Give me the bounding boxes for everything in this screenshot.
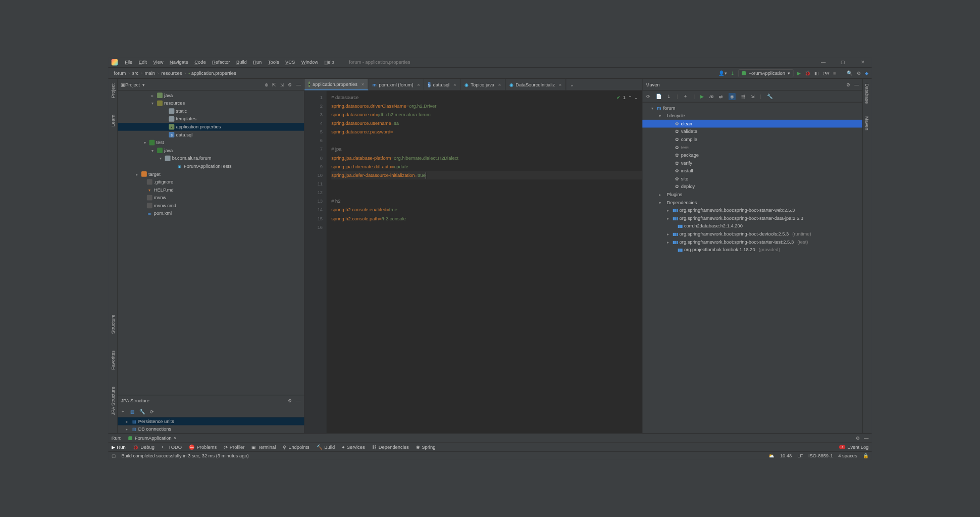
user-icon[interactable]: 👤▾ <box>718 70 727 76</box>
download-icon[interactable]: ⤓ <box>667 93 671 99</box>
minimize-button[interactable]: — <box>817 60 829 65</box>
collapse-icon[interactable]: ⇲ <box>751 93 755 99</box>
hide-icon[interactable]: — <box>296 82 301 87</box>
wrench-icon[interactable]: 🔧 <box>767 93 773 99</box>
menu-code[interactable]: Code <box>191 60 209 65</box>
breadcrumb-item[interactable]: resources <box>159 70 184 76</box>
ide-icon[interactable]: ◆ <box>865 70 868 76</box>
collapse-all-icon[interactable]: ⇲ <box>280 82 284 87</box>
vcs-update-icon[interactable]: ⤓ <box>731 70 735 76</box>
search-everywhere-icon[interactable]: 🔍 <box>847 70 853 76</box>
gear-icon[interactable]: ⚙ <box>856 435 860 441</box>
menu-edit[interactable]: Edit <box>136 60 150 65</box>
hide-icon[interactable]: — <box>864 435 868 441</box>
menu-file[interactable]: File <box>122 60 136 65</box>
editor-tab[interactable]: sdata.sql× <box>424 79 460 90</box>
breadcrumb-item[interactable]: main <box>142 70 158 76</box>
tree-row[interactable]: ▾java <box>118 147 304 155</box>
tool-button-todo[interactable]: ≔TODO <box>162 444 182 450</box>
run-tab[interactable]: ForumApplication × <box>125 435 180 441</box>
tree-row[interactable]: ▾br.com.alura.forum <box>118 154 304 162</box>
tree-row[interactable]: mpom.xml <box>118 210 304 218</box>
code-area[interactable]: ✔ 1 ⌃ ⌄ # datasourcespring.datasource.dr… <box>327 90 642 433</box>
processes-icon[interactable]: ⛅ <box>768 453 775 458</box>
tree-row[interactable]: sdata.sql <box>118 131 304 139</box>
close-button[interactable]: ✕ <box>857 60 868 65</box>
maven-row[interactable]: ✿clean <box>642 120 862 128</box>
maven-row[interactable]: ✿compile <box>642 135 862 144</box>
tool-button-build[interactable]: 🔨Build <box>317 444 335 450</box>
tool-button-spring[interactable]: ❀Spring <box>416 444 436 450</box>
chevron-up-icon[interactable]: ⌃ <box>628 93 632 102</box>
maven-row[interactable]: ▾mforum <box>642 104 862 112</box>
status-eol[interactable]: LF <box>797 453 803 458</box>
editor-body[interactable]: 12345678910111213141516 ✔ 1 ⌃ ⌄ # dataso… <box>304 90 642 433</box>
maven-row[interactable]: ✿validate <box>642 127 862 135</box>
gear-icon[interactable]: ⚙ <box>846 82 851 87</box>
settings-icon[interactable]: ⚙ <box>857 70 861 76</box>
tree-row[interactable]: static <box>118 107 304 115</box>
tree-row[interactable]: .gitignore <box>118 178 304 186</box>
maven-row[interactable]: ✿install <box>642 167 862 175</box>
maven-row[interactable]: ▸Plugins <box>642 191 862 199</box>
maven-row[interactable]: ▸▮▮▮org.springframework.boot:spring-boot… <box>642 214 862 222</box>
gear-icon[interactable]: ⚙ <box>288 398 292 404</box>
menu-refactor[interactable]: Refactor <box>209 60 233 65</box>
m-icon[interactable]: m <box>709 93 713 99</box>
tree-row[interactable]: mvnw <box>118 194 304 202</box>
tool-tab-project[interactable]: Project <box>109 81 116 101</box>
close-icon[interactable]: × <box>417 82 420 87</box>
bars-icon[interactable]: ▥ <box>130 409 135 414</box>
tree-row[interactable]: mvnw.cmd <box>118 202 304 210</box>
close-icon[interactable]: × <box>453 82 456 87</box>
maven-row[interactable]: ✿package <box>642 151 862 159</box>
close-icon[interactable]: × <box>174 435 176 441</box>
coverage-button[interactable]: ◧ <box>814 70 819 76</box>
close-icon[interactable]: × <box>362 81 364 87</box>
jpa-row[interactable]: ▸▤Persistence units <box>118 417 304 426</box>
hide-icon[interactable]: — <box>854 82 859 87</box>
jpa-row[interactable]: ▸▤DB connections <box>118 425 304 433</box>
maven-row[interactable]: ✿test <box>642 144 862 152</box>
tree-row[interactable]: ◉ForumApplicationTests <box>118 162 304 170</box>
jpa-tree[interactable]: ▸▤Persistence units▸▤DB connections <box>118 417 304 433</box>
tool-tab-jpa-structure[interactable]: JPA Structure <box>109 384 116 417</box>
editor-tab[interactable]: ◉DataSourceInitializ× <box>505 79 566 90</box>
maven-row[interactable]: ▸▮▮▮org.springframework.boot:spring-boot… <box>642 238 862 246</box>
tool-tab-maven[interactable]: Maven <box>864 114 871 133</box>
wrench-icon[interactable]: 🔧 <box>139 409 145 414</box>
toggle-offline-icon[interactable]: ◉ <box>729 93 736 100</box>
tool-tab-structure[interactable]: Structure <box>109 312 116 336</box>
tree-row[interactable]: ▸java <box>118 91 304 100</box>
chevron-down-icon[interactable]: ⌄ <box>634 93 638 102</box>
reload-icon[interactable]: ⟳ <box>646 93 650 99</box>
editor-tab[interactable]: ▪application.properties× <box>304 79 368 90</box>
tool-button-profiler[interactable]: ◔Profiler <box>224 444 244 450</box>
menu-vcs[interactable]: VCS <box>282 60 298 65</box>
maven-row[interactable]: ▾Lifecycle <box>642 112 862 120</box>
generate-sources-icon[interactable]: 📄 <box>656 93 662 99</box>
status-position[interactable]: 10:48 <box>780 453 792 458</box>
chevron-down-icon[interactable]: ▾ <box>142 82 145 87</box>
debug-button[interactable]: 🐞 <box>805 70 811 76</box>
run-config-selector[interactable]: ForumApplication ▾ <box>739 69 794 77</box>
maven-row[interactable]: ▮▮▮org.projectlombok:lombok:1.18.20(prov… <box>642 246 862 254</box>
tool-tab-favorites[interactable]: Favorites <box>109 348 116 372</box>
menu-help[interactable]: Help <box>321 60 337 65</box>
toggle-skip-tests-icon[interactable]: ⇄ <box>719 93 723 99</box>
maven-row[interactable]: ✿site <box>642 175 862 183</box>
tree-row[interactable]: templates <box>118 115 304 123</box>
event-log-button[interactable]: 7Event Log <box>839 444 868 450</box>
tool-button-problems[interactable]: ⛔Problems <box>189 444 217 450</box>
profile-button[interactable]: ◔▾ <box>823 70 829 76</box>
inspections-widget[interactable]: ✔ 1 ⌃ ⌄ <box>616 93 638 102</box>
gear-icon[interactable]: ⚙ <box>288 82 292 87</box>
run-button[interactable]: ▶ <box>797 70 801 76</box>
add-icon[interactable]: ＋ <box>683 93 688 100</box>
breadcrumb-item[interactable]: forum <box>112 70 128 76</box>
maximize-button[interactable]: ▢ <box>837 60 849 65</box>
run-icon[interactable]: ▶ <box>700 93 704 99</box>
tree-row[interactable]: ▪application.properties <box>118 123 304 131</box>
menu-view[interactable]: View <box>150 60 167 65</box>
maven-row[interactable]: ▸▮▮▮org.springframework.boot:spring-boot… <box>642 230 862 238</box>
